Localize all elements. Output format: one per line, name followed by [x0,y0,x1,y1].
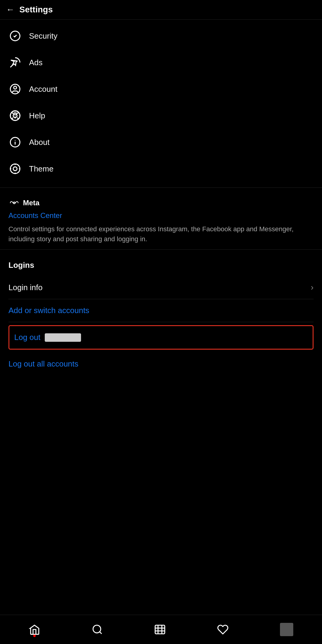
meta-logo-icon [8,200,20,206]
home-icon [29,624,40,635]
svg-line-22 [11,165,12,166]
accounts-center-link[interactable]: Accounts Center [8,211,314,220]
profile-thumbnail [280,623,293,636]
page-title: Settings [19,5,53,14]
theme-icon [8,162,22,175]
svg-point-3 [14,86,17,89]
svg-line-11 [12,112,13,114]
svg-line-14 [12,118,13,119]
svg-line-1 [10,65,13,67]
login-info-label: Login info [8,283,43,292]
help-label: Help [29,111,45,120]
nav-search[interactable] [86,621,109,638]
logout-username-blur [45,333,81,342]
heart-icon [217,624,229,635]
settings-item-security[interactable]: Security [0,23,322,49]
svg-line-13 [17,112,18,114]
back-button[interactable]: ← [6,5,15,14]
nav-profile[interactable] [274,620,299,639]
reels-icon [154,624,166,635]
svg-line-29 [99,632,102,634]
add-switch-accounts-link[interactable]: Add or switch accounts [8,299,314,322]
svg-point-28 [93,625,100,633]
meta-logo-label: Meta [23,199,40,207]
account-label: Account [29,85,57,94]
logins-heading: Logins [8,261,314,270]
header: ← Settings [0,0,322,20]
logins-section: Logins Login info › Add or switch accoun… [0,252,322,375]
settings-item-account[interactable]: Account [0,76,322,102]
nav-activity[interactable] [211,621,235,638]
svg-point-19 [13,167,17,171]
logout-box[interactable]: Log out [8,325,314,350]
divider-2 [0,249,322,250]
bottom-nav [0,615,322,644]
meta-logo-row: Meta [8,199,314,207]
svg-line-23 [18,172,19,172]
meta-section: Meta Accounts Center Control settings fo… [0,190,322,247]
svg-rect-30 [155,625,165,634]
help-icon [8,109,22,122]
divider-1 [0,187,322,188]
nav-reels[interactable] [148,621,172,638]
chevron-right-icon: › [311,283,314,292]
settings-item-theme[interactable]: Theme [0,155,322,182]
home-active-dot [33,635,36,637]
account-icon [8,82,22,96]
settings-item-help[interactable]: Help [0,102,322,129]
search-icon [92,624,103,635]
svg-line-12 [17,118,18,119]
about-label: About [29,138,50,147]
svg-line-26 [11,172,12,172]
ads-label: Ads [29,58,43,67]
svg-line-27 [18,165,19,166]
meta-description: Control settings for connected experienc… [8,224,314,244]
logout-all-accounts-link[interactable]: Log out all accounts [8,353,314,375]
settings-item-ads[interactable]: Ads [0,49,322,76]
logout-label: Log out [14,333,41,342]
theme-label: Theme [29,164,54,174]
settings-item-about[interactable]: About [0,129,322,155]
security-icon [8,29,22,43]
ads-icon [8,56,22,69]
nav-home[interactable] [23,621,46,638]
security-label: Security [29,31,57,41]
about-icon [8,136,22,149]
svg-point-17 [15,140,16,141]
login-info-item[interactable]: Login info › [8,276,314,299]
settings-list: Security Ads Account [0,20,322,185]
